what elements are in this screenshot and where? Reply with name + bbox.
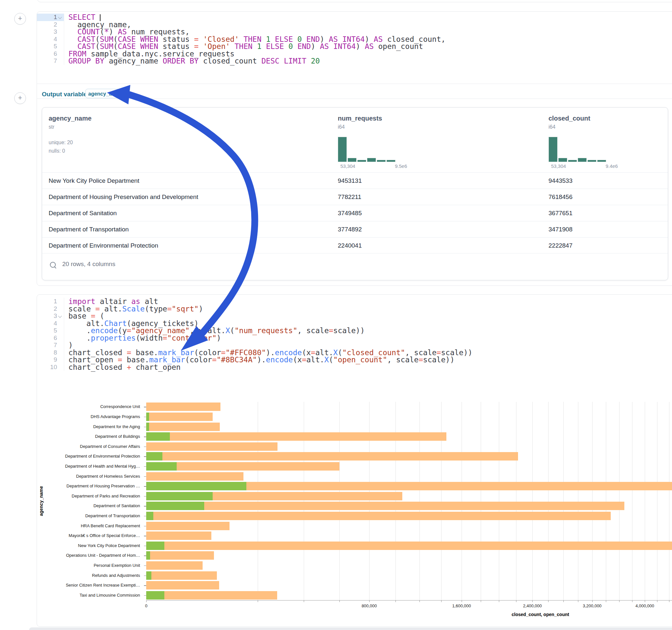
column-name: closed_count: [549, 115, 590, 122]
gridline: [632, 402, 632, 600]
sql-code-editor[interactable]: 1SELECT 2 agency_name,3 COUNT(*) AS num_…: [37, 14, 672, 65]
y-axis-label: Department of Health and Mental Hyg…: [65, 464, 140, 468]
row-column-count: 20 rows, 4 columns: [62, 261, 115, 268]
y-axis-label: Taxi and Limousine Commission: [80, 593, 140, 598]
column-name: num_requests: [338, 115, 382, 122]
open-count-bar[interactable]: [146, 512, 153, 520]
open-count-bar[interactable]: [146, 482, 246, 490]
table-row[interactable]: Department of Environmental Protection22…: [42, 237, 668, 254]
closed-count-bar[interactable]: [146, 532, 211, 540]
y-tick: [144, 576, 146, 576]
code-line[interactable]: 9chart_open = base.mark_bar(color="#8BC3…: [37, 356, 672, 364]
open-count-bar[interactable]: [146, 422, 149, 431]
closed-count-bar[interactable]: [146, 452, 518, 461]
open-count-bar[interactable]: [146, 571, 151, 580]
code-line[interactable]: 4 alt.Chart(agency_tickets): [37, 320, 672, 327]
histogram-bar: [357, 160, 366, 162]
open-count-bar[interactable]: [146, 502, 204, 510]
open-count-bar[interactable]: [146, 541, 164, 550]
column-header-agency_name[interactable]: agency_namestrunique: 20nulls: 0: [49, 107, 91, 172]
closed-count-bar[interactable]: [146, 472, 243, 481]
gridline: [606, 402, 606, 600]
gridline: [369, 402, 369, 600]
code-text: import altair as alt: [64, 298, 158, 305]
chart-plot-area[interactable]: [146, 402, 672, 601]
column-header-num_requests[interactable]: num_requestsi6453,3049.5e6: [338, 107, 382, 172]
open-count-bar[interactable]: [146, 551, 150, 560]
closed-count-bar[interactable]: [146, 522, 230, 530]
open-count-bar[interactable]: [146, 591, 164, 600]
code-line[interactable]: 4 CAST(SUM(CASE WHEN status = 'Closed' T…: [37, 35, 672, 43]
y-axis-label: Department of Housing Preservation …: [67, 484, 140, 488]
code-line[interactable]: 10chart_closed + chart_open: [37, 364, 672, 371]
table-cell: Department of Sanitation: [49, 205, 117, 221]
x-tick: [657, 600, 657, 602]
y-tick: [144, 407, 146, 407]
gridline: [499, 402, 499, 600]
closed-count-bar[interactable]: [146, 442, 278, 451]
cell-divider: [37, 98, 672, 99]
closed-count-bar[interactable]: [146, 591, 277, 600]
closed-count-bar[interactable]: [146, 403, 220, 411]
open-count-bar[interactable]: [146, 452, 162, 461]
collapse-chevron-icon[interactable]: [58, 314, 62, 318]
code-line[interactable]: 7): [37, 342, 672, 349]
open-count-bar[interactable]: [146, 413, 149, 421]
y-axis-label: Correspondence Unit: [100, 404, 140, 409]
open-count-bar[interactable]: [146, 432, 170, 441]
table-cell: Department of Transportation: [49, 221, 129, 238]
code-line[interactable]: 8chart_closed = base.mark_bar(color="#FF…: [37, 349, 672, 357]
code-line[interactable]: 5 CAST(SUM(CASE WHEN status = 'Open' THE…: [37, 43, 672, 50]
line-number: 1: [37, 298, 64, 305]
y-axis-label: Mayorâ€ s Office of Special Enforce…: [69, 533, 140, 538]
closed-count-bar[interactable]: [146, 541, 672, 550]
y-tick: [144, 427, 146, 428]
add-cell-button-output[interactable]: +: [14, 92, 26, 104]
collapse-chevron-icon[interactable]: [58, 15, 62, 19]
closed-count-bar[interactable]: [146, 561, 202, 570]
code-line[interactable]: 1SELECT: [37, 14, 672, 21]
code-line[interactable]: 5 .encode(y="agency_name", x=alt.X("num_…: [37, 327, 672, 335]
line-number: 7: [37, 342, 64, 349]
code-line[interactable]: 6 .properties(width="container"): [37, 335, 672, 342]
closed-count-bar[interactable]: [146, 551, 214, 560]
closed-count-bar[interactable]: [146, 432, 447, 441]
code-line[interactable]: 1import altair as alt: [37, 298, 672, 305]
add-cell-button-top[interactable]: +: [14, 13, 26, 25]
table-row[interactable]: Department of Sanitation37494853677651: [42, 205, 668, 221]
search-icon[interactable]: [50, 262, 57, 269]
closed-count-bar[interactable]: [146, 502, 624, 510]
closed-count-bar[interactable]: [146, 422, 220, 431]
gridline: [516, 402, 517, 600]
column-type: i64: [549, 124, 590, 130]
code-line[interactable]: 3base = (: [37, 312, 672, 320]
table-row[interactable]: Department of Transportation377489234719…: [42, 221, 668, 238]
code-line[interactable]: 6FROM sample_data.nyc.service_requests: [37, 50, 672, 58]
python-code-editor[interactable]: 1import altair as alt2scale = alt.Scale(…: [37, 298, 672, 371]
closed-count-bar[interactable]: [146, 512, 611, 520]
table-row[interactable]: Department of Housing Preservation and D…: [42, 189, 668, 205]
closed-count-bar[interactable]: [146, 581, 219, 589]
histogram-bar: [386, 160, 395, 162]
closed-count-bar[interactable]: [146, 413, 213, 421]
code-line[interactable]: 3 COUNT(*) AS num_requests,: [37, 28, 672, 35]
code-text: alt.Chart(agency_tickets): [64, 320, 199, 327]
table-cell: 3471908: [549, 221, 573, 238]
histogram-max-label: 9.5e6: [386, 163, 415, 169]
open-count-bar[interactable]: [146, 462, 177, 470]
code-text: base = (: [64, 312, 104, 320]
altair-bar-chart: Correspondence UnitDHS Advantage Program…: [0, 402, 672, 622]
output-variable-pill[interactable]: agency_tickets: [85, 89, 120, 98]
code-line[interactable]: 2 agency_name,: [37, 21, 672, 28]
code-text: SELECT: [64, 14, 100, 21]
table-row[interactable]: New York City Police Department945313194…: [42, 172, 668, 189]
open-count-bar[interactable]: [146, 492, 213, 500]
code-line[interactable]: 2scale = alt.Scale(type="sqrt"): [37, 305, 672, 313]
code-line[interactable]: 7GROUP BY agency_name ORDER BY closed_co…: [37, 57, 672, 65]
histogram-bar: [597, 160, 606, 162]
histogram-bar: [587, 160, 597, 162]
x-tick: [441, 600, 441, 602]
column-header-closed_count[interactable]: closed_counti6453,3049.4e6: [549, 107, 590, 172]
y-axis-label: Refunds and Adjustments: [92, 573, 140, 578]
closed-count-bar[interactable]: [146, 571, 217, 580]
